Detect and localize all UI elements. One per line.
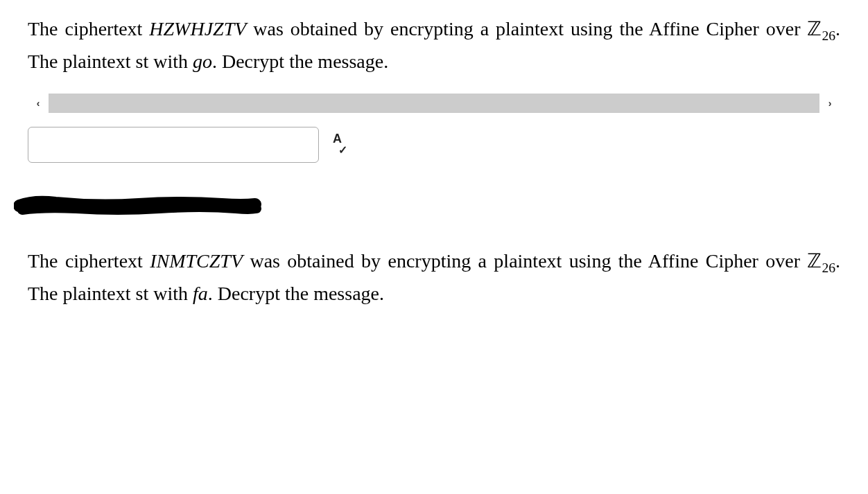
q2-hint: fa bbox=[193, 283, 208, 304]
redaction-mark bbox=[14, 191, 263, 218]
q2-prefix: The ciphertext bbox=[28, 250, 150, 272]
q1-ciphertext: HZWHJZTV bbox=[149, 18, 246, 39]
question-1-text: The ciphertext HZWHJZTV was obtained by … bbox=[28, 14, 840, 76]
question-2-text: The ciphertext INMTCZTV was obtained by … bbox=[28, 246, 840, 308]
q1-mid1: was obtained by encrypting a plaintext u… bbox=[246, 18, 807, 39]
q2-zsub: 26 bbox=[822, 261, 835, 275]
q1-zset: ℤ bbox=[807, 18, 822, 39]
q1-after-hint: . bbox=[212, 51, 222, 72]
q1-zsub: 26 bbox=[822, 28, 835, 43]
q2-after-hint: . bbox=[208, 283, 218, 304]
q2-mid3: with bbox=[153, 283, 193, 304]
chevron-right-icon: › bbox=[828, 98, 832, 109]
q2-zset: ℤ bbox=[807, 250, 822, 272]
spellcheck-icon[interactable]: A ✓ bbox=[331, 134, 352, 155]
q1-hint: go bbox=[193, 51, 212, 72]
answer-input[interactable] bbox=[28, 127, 319, 163]
question-2: The ciphertext INMTCZTV was obtained by … bbox=[28, 246, 840, 308]
redaction-svg bbox=[14, 191, 263, 218]
question-1: The ciphertext HZWHJZTV was obtained by … bbox=[28, 14, 840, 76]
q2-ciphertext: INMTCZTV bbox=[150, 250, 243, 272]
check-glyph: ✓ bbox=[338, 143, 347, 157]
answer-input-row: A ✓ bbox=[28, 127, 840, 163]
scroll-left-button[interactable]: ‹ bbox=[28, 94, 49, 113]
q1-prefix: The ciphertext bbox=[28, 18, 149, 39]
q1-instruction: Decrypt the message. bbox=[222, 51, 388, 72]
horizontal-scrollbar[interactable]: ‹ › bbox=[28, 94, 840, 113]
scroll-track[interactable] bbox=[49, 94, 819, 113]
q2-instruction: Decrypt the message. bbox=[218, 283, 384, 304]
scroll-right-button[interactable]: › bbox=[819, 94, 840, 113]
q1-mid3: with bbox=[153, 51, 193, 72]
chevron-left-icon: ‹ bbox=[37, 98, 40, 109]
q2-mid1: was obtained by encrypting a plaintext u… bbox=[243, 250, 807, 272]
